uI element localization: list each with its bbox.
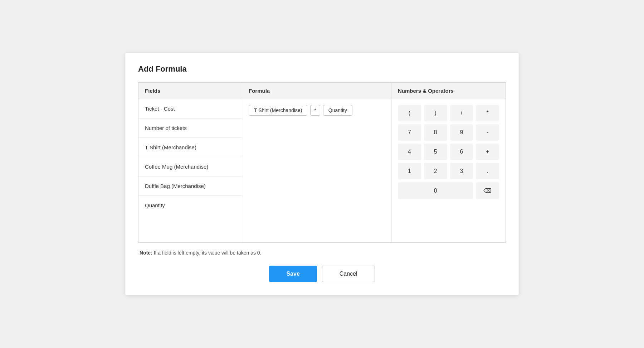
note-label: Note: — [140, 250, 152, 256]
btn-open-paren[interactable]: ( — [398, 105, 421, 121]
field-duffle-bag[interactable]: Duffle Bag (Merchandise) — [138, 177, 242, 196]
formula-token-tshirt[interactable]: T Shirt (Merchandise) — [249, 105, 307, 116]
dialog-title: Add Formula — [138, 64, 506, 74]
btn-6[interactable]: 6 — [450, 144, 473, 160]
formula-tokens: T Shirt (Merchandise) * Quantity — [249, 105, 385, 116]
formula-token-multiply[interactable]: * — [310, 105, 320, 116]
btn-divide[interactable]: / — [450, 105, 473, 121]
btn-9[interactable]: 9 — [450, 124, 473, 141]
numbers-operators-header: Numbers & Operators — [391, 83, 506, 99]
btn-close-paren[interactable]: ) — [424, 105, 447, 121]
note-section: Note: If a field is left empty, its valu… — [138, 250, 506, 256]
formula-column: T Shirt (Merchandise) * Quantity — [242, 99, 391, 243]
fields-column: Ticket - Cost Number of tickets T Shirt … — [138, 99, 242, 243]
cancel-button[interactable]: Cancel — [322, 266, 375, 282]
field-ticket-cost[interactable]: Ticket - Cost — [138, 99, 242, 119]
numpad: ( ) / * 7 8 9 - 4 5 6 + 1 — [398, 105, 499, 199]
btn-add[interactable]: + — [476, 144, 499, 160]
save-button[interactable]: Save — [269, 266, 317, 282]
field-tshirt[interactable]: T Shirt (Merchandise) — [138, 138, 242, 157]
field-number-of-tickets[interactable]: Number of tickets — [138, 119, 242, 138]
field-coffee-mug[interactable]: Coffee Mug (Merchandise) — [138, 157, 242, 177]
btn-4[interactable]: 4 — [398, 144, 421, 160]
formula-token-quantity[interactable]: Quantity — [323, 105, 352, 116]
btn-8[interactable]: 8 — [424, 124, 447, 141]
btn-0[interactable]: 0 — [398, 182, 473, 199]
field-quantity[interactable]: Quantity — [138, 196, 242, 215]
btn-backspace[interactable]: ⌫ — [476, 182, 499, 199]
action-buttons: Save Cancel — [138, 266, 506, 282]
btn-3[interactable]: 3 — [450, 163, 473, 179]
btn-7[interactable]: 7 — [398, 124, 421, 141]
btn-2[interactable]: 2 — [424, 163, 447, 179]
btn-subtract[interactable]: - — [476, 124, 499, 141]
btn-5[interactable]: 5 — [424, 144, 447, 160]
numpad-area: ( ) / * 7 8 9 - 4 5 6 + 1 — [391, 99, 506, 205]
fields-header: Fields — [138, 83, 242, 99]
btn-1[interactable]: 1 — [398, 163, 421, 179]
formula-header: Formula — [242, 83, 391, 99]
btn-decimal[interactable]: . — [476, 163, 499, 179]
add-formula-dialog: Add Formula Fields Formula Numbers & Ope… — [125, 53, 519, 295]
note-text: If a field is left empty, its value will… — [152, 250, 262, 256]
numpad-column: ( ) / * 7 8 9 - 4 5 6 + 1 — [391, 99, 506, 243]
btn-multiply[interactable]: * — [476, 105, 499, 121]
formula-area[interactable]: T Shirt (Merchandise) * Quantity — [242, 99, 391, 242]
formula-table: Fields Formula Numbers & Operators Ticke… — [138, 82, 506, 243]
